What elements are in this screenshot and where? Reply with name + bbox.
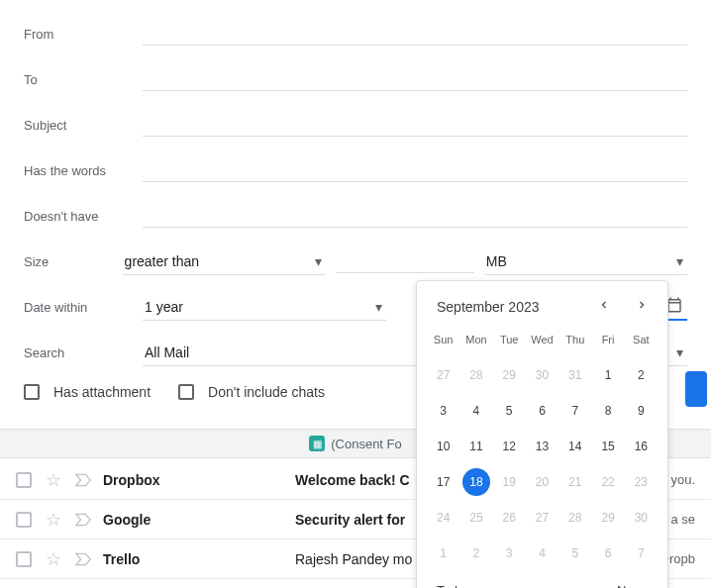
doesnt-have-input[interactable]: [143, 204, 687, 228]
datepicker-today-button[interactable]: Today: [437, 583, 471, 588]
datepicker-day[interactable]: 5: [561, 539, 589, 567]
importance-marker-icon[interactable]: [75, 513, 89, 527]
mail-checkbox[interactable]: [16, 512, 32, 528]
date-within-label: Date within: [24, 300, 143, 315]
datepicker-day[interactable]: 7: [561, 397, 589, 425]
datepicker-day[interactable]: 23: [627, 468, 655, 496]
datepicker-day[interactable]: 13: [528, 433, 556, 460]
datepicker-dow: Mon: [459, 328, 492, 353]
datepicker-day[interactable]: 29: [594, 504, 622, 532]
has-attachment-checkbox[interactable]: Has attachment: [24, 384, 151, 400]
datepicker-dow: Fri: [591, 328, 624, 353]
datepicker-day[interactable]: 16: [627, 433, 655, 460]
attachment-chip-label[interactable]: (Consent Fo: [331, 437, 402, 451]
dont-include-chats-checkbox[interactable]: Don't include chats: [178, 384, 325, 400]
datepicker-day[interactable]: 4: [528, 539, 556, 567]
datepicker-dow: Sun: [427, 328, 459, 353]
search-in-value: All Mail: [145, 344, 189, 360]
datepicker-dow: Sat: [625, 328, 658, 353]
datepicker-day[interactable]: 25: [462, 504, 490, 532]
to-input[interactable]: [143, 67, 687, 91]
datepicker-day[interactable]: 5: [495, 397, 523, 425]
star-icon[interactable]: ☆: [46, 550, 61, 568]
has-words-label: Has the words: [24, 163, 143, 178]
datepicker-dow: Tue: [493, 328, 526, 353]
dropdown-arrow-icon: ▾: [315, 253, 322, 269]
datepicker-day[interactable]: 3: [495, 539, 523, 567]
date-within-value: 1 year: [145, 299, 183, 315]
datepicker-day[interactable]: 31: [561, 361, 589, 389]
star-icon[interactable]: ☆: [46, 471, 61, 489]
from-label: From: [24, 27, 143, 42]
from-input[interactable]: [143, 22, 687, 46]
size-label: Size: [24, 254, 123, 269]
datepicker-day[interactable]: 18: [462, 468, 490, 496]
datepicker-day[interactable]: 11: [462, 433, 490, 460]
importance-marker-icon[interactable]: [75, 473, 89, 487]
datepicker-day[interactable]: 8: [594, 397, 622, 425]
has-attachment-label: Has attachment: [53, 384, 151, 400]
mail-checkbox[interactable]: [16, 472, 32, 488]
datepicker-day[interactable]: 4: [462, 397, 490, 425]
size-unit-select[interactable]: MB ▾: [484, 247, 687, 275]
mail-sender: Dropbox: [103, 472, 281, 488]
mail-sender: Trello: [103, 551, 281, 567]
datepicker-day[interactable]: 1: [594, 361, 622, 389]
datepicker-day[interactable]: 14: [561, 433, 589, 460]
subject-label: Subject: [24, 118, 143, 133]
datepicker-day[interactable]: 28: [561, 504, 589, 532]
datepicker-day[interactable]: 10: [430, 433, 457, 460]
datepicker-dow: Thu: [559, 328, 591, 353]
datepicker-day[interactable]: 15: [594, 433, 622, 460]
size-unit-value: MB: [486, 253, 507, 269]
size-operator-value: greater than: [125, 253, 200, 269]
dropdown-arrow-icon: ▾: [676, 253, 683, 269]
datepicker-day[interactable]: 17: [430, 468, 457, 496]
datepicker-day[interactable]: 3: [430, 397, 457, 425]
importance-marker-icon[interactable]: [75, 552, 89, 566]
datepicker-dow: Wed: [526, 328, 559, 353]
dropdown-arrow-icon: ▾: [676, 344, 683, 360]
datepicker-day[interactable]: 26: [495, 504, 523, 532]
subject-input[interactable]: [143, 113, 687, 137]
star-icon[interactable]: ☆: [46, 511, 61, 529]
next-month-button[interactable]: [632, 295, 652, 318]
datepicker-day[interactable]: 22: [594, 468, 622, 496]
datepicker-day[interactable]: 27: [430, 361, 457, 389]
date-picker: September 2023 SunMonTueWedThuFriSat2728…: [416, 280, 668, 588]
datepicker-day[interactable]: 1: [430, 539, 457, 567]
sheets-icon: ▦: [309, 436, 325, 451]
checkbox-icon: [178, 384, 194, 400]
datepicker-day[interactable]: 7: [627, 539, 655, 567]
checkbox-icon: [24, 384, 40, 400]
datepicker-day[interactable]: 2: [627, 361, 655, 389]
datepicker-day[interactable]: 30: [528, 361, 556, 389]
datepicker-day[interactable]: 2: [462, 539, 490, 567]
search-button[interactable]: [685, 371, 707, 407]
to-label: To: [24, 72, 143, 87]
datepicker-day[interactable]: 6: [594, 539, 622, 567]
date-within-select[interactable]: 1 year ▾: [143, 293, 386, 321]
datepicker-day[interactable]: 21: [561, 468, 589, 496]
doesnt-have-label: Doesn't have: [24, 209, 143, 224]
dont-include-chats-label: Don't include chats: [208, 384, 325, 400]
datepicker-day[interactable]: 9: [627, 397, 655, 425]
datepicker-day[interactable]: 30: [627, 504, 655, 532]
size-operator-select[interactable]: greater than ▾: [123, 247, 326, 275]
datepicker-none-button[interactable]: None: [617, 583, 648, 588]
has-words-input[interactable]: [143, 158, 687, 182]
mail-checkbox[interactable]: [16, 551, 32, 567]
datepicker-day[interactable]: 29: [495, 361, 523, 389]
prev-month-button[interactable]: [594, 295, 614, 318]
datepicker-day[interactable]: 27: [528, 504, 556, 532]
datepicker-day[interactable]: 19: [495, 468, 523, 496]
datepicker-day[interactable]: 12: [495, 433, 523, 460]
size-value-input[interactable]: [336, 249, 474, 273]
mail-sender: Google: [103, 512, 281, 528]
datepicker-day[interactable]: 20: [528, 468, 556, 496]
datepicker-day[interactable]: 6: [528, 397, 556, 425]
datepicker-day[interactable]: 28: [462, 361, 490, 389]
dropdown-arrow-icon: ▾: [375, 299, 382, 315]
search-in-label: Search: [24, 345, 143, 360]
datepicker-day[interactable]: 24: [430, 504, 457, 532]
